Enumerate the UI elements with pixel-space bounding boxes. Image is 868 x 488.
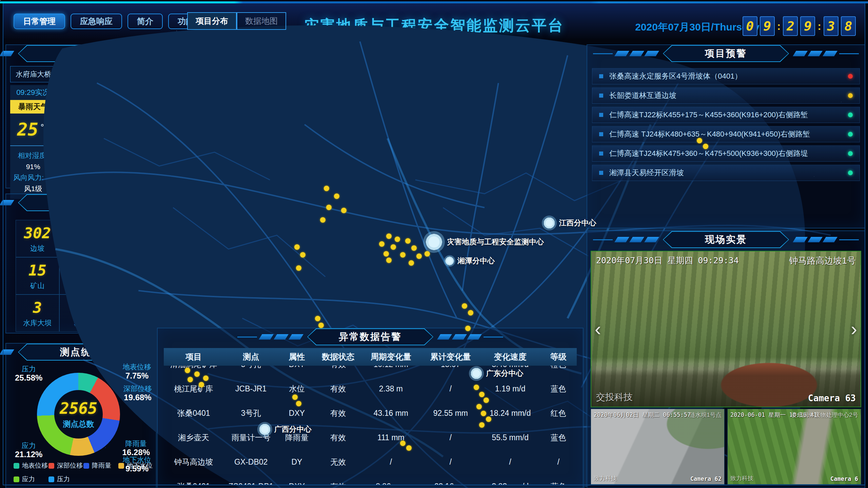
table-cell: / xyxy=(421,384,480,393)
camera-id-label: Camera 63 xyxy=(808,393,856,403)
center-marker[interactable]: 灾害地质与工程安全监测中心 xyxy=(423,231,426,253)
warning-text: 仁博高速TJ24标K475+360～K475+500(K936+300)右侧路堤 xyxy=(609,148,842,159)
table-cell: DXY xyxy=(278,409,315,418)
map-toggle-1[interactable]: 数据地图 xyxy=(237,12,286,30)
warning-bullet-icon xyxy=(599,74,603,78)
warning-text: 仁博高速 TJ24标K480+635～K480+940(K941+650)右侧路… xyxy=(609,129,842,139)
map-toggle-0[interactable]: 项目分布 xyxy=(187,12,237,30)
warnings-panel-title: 项目预警 xyxy=(664,46,788,61)
project-dot[interactable] xyxy=(386,258,392,263)
table-cell: 有效 xyxy=(315,384,361,394)
table-cell: 23.16mm xyxy=(421,482,480,485)
warning-item[interactable]: 长韶娄道林互通边坡 xyxy=(592,87,860,104)
table-cell: 2.38 m xyxy=(361,384,421,393)
table-cell: 有效 xyxy=(315,432,361,443)
table-cell: 10.12 mm xyxy=(361,366,421,369)
project-dot[interactable] xyxy=(341,208,347,213)
project-dot[interactable] xyxy=(411,245,417,251)
camera-timestamp: 2020年07月30日 星期四 09:29:34 xyxy=(596,255,739,266)
table-cell: / xyxy=(421,458,480,467)
title-decoration xyxy=(593,51,657,56)
project-dot[interactable] xyxy=(405,238,411,244)
warning-item[interactable]: 仁博高速TJ24标K475+360～K475+500(K936+300)右侧路堤 xyxy=(592,145,860,162)
project-dot[interactable] xyxy=(400,252,406,258)
donut-label-压力: 压力25.58% xyxy=(15,365,42,383)
warning-item[interactable]: 仁博高速TJ22标K455+175～K455+360(K916+200)右侧路堑 xyxy=(592,107,860,123)
table-cell: 3.83 mm/d xyxy=(480,482,540,485)
camera-brand-watermark: 致力科技 xyxy=(594,474,617,482)
table-row[interactable]: 湘乡壶天雨量计一号降雨量有效111 mm/55.5 mm/d蓝色 xyxy=(164,425,577,450)
table-cell: 钟马高边坡 xyxy=(164,457,223,467)
project-dot[interactable] xyxy=(391,244,396,250)
main-camera-view[interactable]: 2020年07月30日 星期四 09:29:34 钟马路高边坡1号 交投科技 C… xyxy=(591,251,861,407)
warning-item[interactable]: 仁博高速 TJ24标K480+635～K480+940(K941+650)右侧路… xyxy=(592,126,860,142)
table-row[interactable]: 钟马高边坡GX-DB02DY无效//// xyxy=(164,450,577,474)
map-panel: 项目分布数据地图 江西分中心灾害地质与工程安全监测中心湘潭分中心广东分中心广西分… xyxy=(0,0,426,283)
warning-item[interactable]: 张桑高速永定服务区4号滑坡体（0401） xyxy=(592,68,860,84)
live-camera-panel: 现场实景 2020年07月30日 星期四 09:29:34 钟马路高边坡1号 交… xyxy=(587,230,865,488)
table-cell: 55.5 mm/d xyxy=(480,433,540,442)
warning-status-dot xyxy=(848,151,853,156)
donut-label-应力: 应力21.12% xyxy=(15,441,42,460)
project-dot[interactable] xyxy=(386,233,392,239)
project-dot[interactable] xyxy=(383,251,389,257)
warning-status-dot xyxy=(848,113,853,117)
project-dot[interactable] xyxy=(324,186,329,191)
next-camera-arrow[interactable]: › xyxy=(851,320,857,339)
table-cell: 蓝色 xyxy=(540,432,577,443)
table-cell: 5号孔 xyxy=(223,366,278,370)
table-cell: DXY xyxy=(278,366,315,369)
sub-camera-view-1[interactable]: 2020-06-01 星期一 10:36:41娄底固体废物处理中心2号致力科技C… xyxy=(727,409,861,485)
donut-label-降雨量: 降雨量16.28% xyxy=(122,439,150,458)
table-row[interactable]: 张桑0401ZS0401-DB1DXY有效8.86 mm23.16mm3.83 … xyxy=(164,474,577,485)
camera-id-label: Camera 6 xyxy=(830,475,858,482)
table-cell: DY xyxy=(278,458,315,467)
project-dot[interactable] xyxy=(409,260,414,266)
table-cell: 有效 xyxy=(315,408,361,419)
sub-camera-view-0[interactable]: 2020年06月02日 星期二 06:55:57涟水坝1号点致力科技Camera… xyxy=(591,409,725,485)
warning-list: 张桑高速永定服务区4号滑坡体（0401）长韶娄道林互通边坡仁博高速TJ22标K4… xyxy=(592,68,860,181)
project-dot[interactable] xyxy=(296,265,301,271)
table-cell: 水位 xyxy=(278,384,315,394)
project-dot[interactable] xyxy=(300,252,305,258)
project-dot[interactable] xyxy=(294,244,300,250)
warning-status-dot xyxy=(848,93,853,98)
warning-bullet-icon xyxy=(599,113,603,117)
title-decoration xyxy=(237,334,302,340)
alarm-col-header: 数据状态 xyxy=(315,351,361,362)
project-dot[interactable] xyxy=(326,205,332,210)
camera-timestamp: 2020年06月02日 星期二 06:55:57 xyxy=(594,411,691,419)
table-cell: / xyxy=(421,433,480,442)
table-cell: DXY xyxy=(278,482,315,485)
table-cell: 8.86 mm xyxy=(361,482,421,485)
table-cell: 蓝色 xyxy=(540,384,577,394)
sub-camera-strip: 2020年06月02日 星期二 06:55:57涟水坝1号点致力科技Camera… xyxy=(591,409,861,485)
warning-item[interactable]: 湘潭县天易经开区滑坡 xyxy=(592,165,860,181)
map-graphic xyxy=(0,0,426,283)
donut-label-地表位移: 地表位移7.75% xyxy=(123,363,151,381)
table-cell: 红色 xyxy=(540,408,577,419)
warning-text: 张桑高速永定服务区4号滑坡体（0401） xyxy=(609,71,842,81)
project-dot[interactable] xyxy=(416,253,422,259)
alarm-table-header: 项目测点属性数据状态周期变化量累计变化量变化速度等级 xyxy=(164,348,577,366)
warning-bullet-icon xyxy=(599,94,603,98)
alarms-panel-title: 异常数据告警 xyxy=(308,329,433,345)
project-dot[interactable] xyxy=(395,237,400,242)
prev-camera-arrow[interactable]: ‹ xyxy=(595,320,601,339)
project-dot[interactable] xyxy=(334,194,339,199)
title-decoration xyxy=(439,334,503,340)
table-cell: / xyxy=(540,458,577,467)
cameras-panel-title: 现场实景 xyxy=(664,232,788,247)
warning-status-dot xyxy=(848,74,853,79)
project-dot[interactable] xyxy=(379,241,384,247)
table-row[interactable]: 桃江尾矿库JCB-JR1水位有效2.38 m/1.19 m/d蓝色 xyxy=(164,377,577,401)
table-cell: 滑油洞尾矿库 xyxy=(164,366,223,370)
alarm-col-header: 属性 xyxy=(278,351,315,362)
table-cell: ZS0401-DB1 xyxy=(223,482,278,485)
camera-id-label: Camera 62 xyxy=(690,475,722,482)
table-cell: JCB-JR1 xyxy=(223,384,278,393)
table-row[interactable]: 张桑04013号孔DXY有效43.16 mm92.55 mm18.24 mm/d… xyxy=(164,401,577,425)
project-dot[interactable] xyxy=(320,217,326,223)
alarm-col-header: 等级 xyxy=(540,351,577,362)
map-view-toggle: 项目分布数据地图 xyxy=(187,12,286,30)
